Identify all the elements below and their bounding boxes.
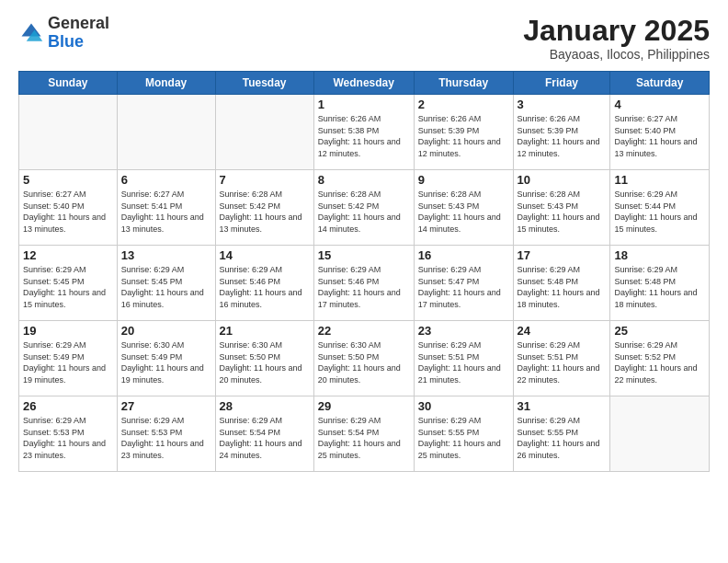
day-number: 28 — [220, 399, 310, 413]
weekday-header-sunday: Sunday — [19, 72, 118, 95]
day-info: Sunrise: 6:29 AM Sunset: 5:53 PM Dayligh… — [121, 415, 211, 461]
month-title: January 2025 — [523, 15, 710, 47]
logo: General Blue — [18, 15, 109, 52]
day-info: Sunrise: 6:29 AM Sunset: 5:48 PM Dayligh… — [518, 264, 607, 310]
weekday-header-wednesday: Wednesday — [313, 72, 414, 95]
day-info: Sunrise: 6:28 AM Sunset: 5:42 PM Dayligh… — [220, 189, 310, 235]
day-info: Sunrise: 6:29 AM Sunset: 5:49 PM Dayligh… — [23, 339, 113, 385]
day-info: Sunrise: 6:26 AM Sunset: 5:39 PM Dayligh… — [418, 113, 509, 159]
day-info: Sunrise: 6:29 AM Sunset: 5:48 PM Dayligh… — [614, 264, 705, 310]
day-info: Sunrise: 6:30 AM Sunset: 5:50 PM Dayligh… — [220, 339, 310, 385]
day-info: Sunrise: 6:26 AM Sunset: 5:38 PM Dayligh… — [318, 113, 410, 159]
calendar-cell — [117, 95, 215, 170]
day-info: Sunrise: 6:29 AM Sunset: 5:53 PM Dayligh… — [23, 415, 113, 461]
day-number: 21 — [220, 324, 310, 338]
calendar-cell: 17Sunrise: 6:29 AM Sunset: 5:48 PM Dayli… — [513, 246, 610, 321]
calendar-week-4: 26Sunrise: 6:29 AM Sunset: 5:53 PM Dayli… — [19, 396, 710, 472]
calendar-cell: 7Sunrise: 6:28 AM Sunset: 5:42 PM Daylig… — [215, 170, 313, 246]
calendar-cell: 3Sunrise: 6:26 AM Sunset: 5:39 PM Daylig… — [513, 95, 610, 170]
day-number: 14 — [220, 248, 310, 262]
calendar-cell — [215, 95, 313, 170]
weekday-header-saturday: Saturday — [610, 72, 710, 95]
day-info: Sunrise: 6:28 AM Sunset: 5:43 PM Dayligh… — [418, 189, 509, 235]
day-number: 30 — [418, 399, 509, 413]
day-info: Sunrise: 6:29 AM Sunset: 5:54 PM Dayligh… — [220, 415, 310, 461]
day-info: Sunrise: 6:29 AM Sunset: 5:55 PM Dayligh… — [418, 415, 509, 461]
day-info: Sunrise: 6:27 AM Sunset: 5:41 PM Dayligh… — [121, 189, 211, 235]
calendar-body: 1Sunrise: 6:26 AM Sunset: 5:38 PM Daylig… — [19, 95, 710, 472]
day-number: 5 — [23, 173, 113, 187]
calendar-cell: 22Sunrise: 6:30 AM Sunset: 5:50 PM Dayli… — [313, 321, 414, 396]
calendar-cell: 28Sunrise: 6:29 AM Sunset: 5:54 PM Dayli… — [215, 396, 313, 472]
calendar-cell: 27Sunrise: 6:29 AM Sunset: 5:53 PM Dayli… — [117, 396, 215, 472]
day-info: Sunrise: 6:29 AM Sunset: 5:54 PM Dayligh… — [318, 415, 410, 461]
day-number: 31 — [518, 399, 607, 413]
weekday-header-row: SundayMondayTuesdayWednesdayThursdayFrid… — [19, 72, 710, 95]
day-number: 18 — [614, 248, 705, 262]
day-number: 10 — [518, 173, 607, 187]
day-number: 15 — [318, 248, 410, 262]
calendar-cell: 5Sunrise: 6:27 AM Sunset: 5:40 PM Daylig… — [19, 170, 118, 246]
calendar-cell: 21Sunrise: 6:30 AM Sunset: 5:50 PM Dayli… — [215, 321, 313, 396]
calendar-cell: 12Sunrise: 6:29 AM Sunset: 5:45 PM Dayli… — [19, 246, 118, 321]
day-info: Sunrise: 6:28 AM Sunset: 5:43 PM Dayligh… — [518, 189, 607, 235]
day-info: Sunrise: 6:29 AM Sunset: 5:46 PM Dayligh… — [220, 264, 310, 310]
calendar-cell: 25Sunrise: 6:29 AM Sunset: 5:52 PM Dayli… — [610, 321, 710, 396]
day-number: 9 — [418, 173, 509, 187]
weekday-header-monday: Monday — [117, 72, 215, 95]
day-number: 11 — [614, 173, 705, 187]
page: General Blue January 2025 Bayaoas, Iloco… — [0, 0, 728, 563]
day-number: 23 — [418, 324, 509, 338]
calendar-header: SundayMondayTuesdayWednesdayThursdayFrid… — [19, 72, 710, 95]
calendar-cell: 8Sunrise: 6:28 AM Sunset: 5:42 PM Daylig… — [313, 170, 414, 246]
calendar-table: SundayMondayTuesdayWednesdayThursdayFrid… — [18, 71, 710, 472]
calendar-cell: 6Sunrise: 6:27 AM Sunset: 5:41 PM Daylig… — [117, 170, 215, 246]
day-number: 3 — [518, 98, 607, 111]
calendar-cell: 31Sunrise: 6:29 AM Sunset: 5:55 PM Dayli… — [513, 396, 610, 472]
day-info: Sunrise: 6:29 AM Sunset: 5:55 PM Dayligh… — [518, 415, 607, 461]
calendar-cell: 16Sunrise: 6:29 AM Sunset: 5:47 PM Dayli… — [414, 246, 513, 321]
calendar-week-1: 5Sunrise: 6:27 AM Sunset: 5:40 PM Daylig… — [19, 170, 710, 246]
day-info: Sunrise: 6:30 AM Sunset: 5:50 PM Dayligh… — [318, 339, 410, 385]
calendar-cell — [610, 396, 710, 472]
day-info: Sunrise: 6:29 AM Sunset: 5:45 PM Dayligh… — [23, 264, 113, 310]
calendar-cell: 24Sunrise: 6:29 AM Sunset: 5:51 PM Dayli… — [513, 321, 610, 396]
calendar-cell: 18Sunrise: 6:29 AM Sunset: 5:48 PM Dayli… — [610, 246, 710, 321]
calendar-cell: 30Sunrise: 6:29 AM Sunset: 5:55 PM Dayli… — [414, 396, 513, 472]
calendar-cell: 4Sunrise: 6:27 AM Sunset: 5:40 PM Daylig… — [610, 95, 710, 170]
weekday-header-friday: Friday — [513, 72, 610, 95]
day-info: Sunrise: 6:29 AM Sunset: 5:46 PM Dayligh… — [318, 264, 410, 310]
day-info: Sunrise: 6:29 AM Sunset: 5:51 PM Dayligh… — [518, 339, 607, 385]
day-info: Sunrise: 6:29 AM Sunset: 5:52 PM Dayligh… — [614, 339, 705, 385]
calendar-cell: 11Sunrise: 6:29 AM Sunset: 5:44 PM Dayli… — [610, 170, 710, 246]
day-number: 19 — [23, 324, 113, 338]
day-info: Sunrise: 6:27 AM Sunset: 5:40 PM Dayligh… — [614, 113, 705, 159]
day-number: 16 — [418, 248, 509, 262]
day-number: 24 — [518, 324, 607, 338]
title-area: January 2025 Bayaoas, Ilocos, Philippine… — [523, 15, 710, 62]
day-info: Sunrise: 6:29 AM Sunset: 5:45 PM Dayligh… — [121, 264, 211, 310]
logo-text: General Blue — [48, 15, 109, 52]
calendar-cell — [19, 95, 118, 170]
calendar-cell: 23Sunrise: 6:29 AM Sunset: 5:51 PM Dayli… — [414, 321, 513, 396]
calendar-cell: 1Sunrise: 6:26 AM Sunset: 5:38 PM Daylig… — [313, 95, 414, 170]
calendar-week-3: 19Sunrise: 6:29 AM Sunset: 5:49 PM Dayli… — [19, 321, 710, 396]
calendar-week-0: 1Sunrise: 6:26 AM Sunset: 5:38 PM Daylig… — [19, 95, 710, 170]
day-number: 25 — [614, 324, 705, 338]
logo-icon — [18, 20, 44, 46]
weekday-header-tuesday: Tuesday — [215, 72, 313, 95]
day-number: 20 — [121, 324, 211, 338]
calendar-week-2: 12Sunrise: 6:29 AM Sunset: 5:45 PM Dayli… — [19, 246, 710, 321]
day-info: Sunrise: 6:29 AM Sunset: 5:51 PM Dayligh… — [418, 339, 509, 385]
day-number: 29 — [318, 399, 410, 413]
day-number: 13 — [121, 248, 211, 262]
logo-blue: Blue — [48, 33, 109, 52]
day-number: 12 — [23, 248, 113, 262]
calendar-cell: 13Sunrise: 6:29 AM Sunset: 5:45 PM Dayli… — [117, 246, 215, 321]
day-info: Sunrise: 6:29 AM Sunset: 5:44 PM Dayligh… — [614, 189, 705, 235]
day-number: 6 — [121, 173, 211, 187]
day-number: 26 — [23, 399, 113, 413]
calendar-cell: 2Sunrise: 6:26 AM Sunset: 5:39 PM Daylig… — [414, 95, 513, 170]
calendar-cell: 14Sunrise: 6:29 AM Sunset: 5:46 PM Dayli… — [215, 246, 313, 321]
day-info: Sunrise: 6:26 AM Sunset: 5:39 PM Dayligh… — [518, 113, 607, 159]
